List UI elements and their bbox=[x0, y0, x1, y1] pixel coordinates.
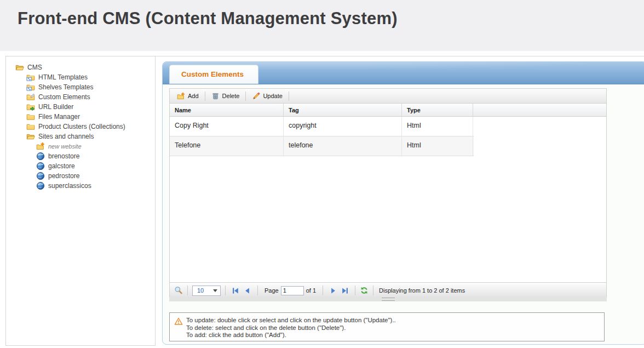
page-label: Page bbox=[264, 287, 279, 294]
refresh-icon[interactable] bbox=[360, 286, 369, 295]
page-number-input[interactable] bbox=[281, 286, 304, 295]
column-header-type[interactable]: Type bbox=[402, 104, 473, 116]
prev-page-icon[interactable] bbox=[243, 287, 251, 295]
pager-separator bbox=[257, 286, 258, 295]
toolbar-separator bbox=[245, 92, 246, 101]
pager-separator bbox=[373, 286, 373, 295]
pagination-bar: 10 Page of 1 Displaying from 1 to 2 of 2… bbox=[170, 282, 606, 298]
tree-item-pedrostore[interactable]: pedrostore bbox=[6, 171, 155, 181]
folder-icon bbox=[26, 122, 35, 131]
toolbar-separator bbox=[205, 92, 205, 101]
grid-resize-grip[interactable] bbox=[382, 298, 395, 301]
tree-item-label: superclassicos bbox=[48, 182, 91, 190]
update-button-label: Update bbox=[263, 93, 282, 99]
tree-item-files-manager[interactable]: Files Manager bbox=[6, 112, 155, 122]
next-page-icon[interactable] bbox=[329, 287, 337, 295]
last-page-icon[interactable] bbox=[341, 287, 349, 295]
pager-separator bbox=[187, 286, 188, 295]
table-row[interactable]: Copy Right copyright Html bbox=[170, 117, 474, 136]
tree-item-custom-elements[interactable]: Custom Elements bbox=[6, 92, 155, 102]
tree-item-sites-and-channels[interactable]: Sites and channels bbox=[6, 132, 155, 141]
page-size-select[interactable]: 10 bbox=[192, 286, 221, 296]
new-website-icon bbox=[36, 142, 45, 151]
page-title: Front-end CMS (Content Management System… bbox=[18, 9, 398, 28]
tree-item-shelves-templates[interactable]: Shelves Templates bbox=[6, 82, 155, 92]
tree-item-label: HTML Templates bbox=[38, 73, 88, 81]
app-header: Front-end CMS (Content Management System… bbox=[0, 0, 644, 51]
templates-folder-icon bbox=[26, 83, 35, 92]
pager-separator bbox=[225, 286, 226, 295]
tree-item-label: CMS bbox=[27, 64, 42, 71]
edit-folder-icon bbox=[26, 93, 35, 101]
add-button-label: Add bbox=[188, 93, 199, 99]
tab-custom-elements[interactable]: Custom Elements bbox=[169, 65, 258, 84]
delete-button[interactable]: Delete bbox=[207, 90, 244, 102]
column-header-name[interactable]: Name bbox=[170, 104, 284, 116]
tree-item-new-website[interactable]: new website bbox=[6, 141, 155, 151]
tree-item-html-templates[interactable]: HTML Templates bbox=[6, 72, 155, 82]
tree-item-label: Product Clusters (Collections) bbox=[38, 123, 125, 130]
grid-resize-strip bbox=[169, 297, 607, 301]
cell-type: Html bbox=[402, 117, 473, 136]
tree-item-label: URL Builder bbox=[38, 103, 73, 111]
tree-item-galcstore[interactable]: galcstore bbox=[6, 161, 155, 171]
tree-item-product-clusters[interactable]: Product Clusters (Collections) bbox=[6, 122, 155, 132]
tree-item-label: pedrostore bbox=[48, 172, 79, 180]
tree-item-label: Files Manager bbox=[38, 113, 80, 121]
add-icon bbox=[177, 92, 185, 100]
pager-separator bbox=[355, 286, 355, 295]
table-row[interactable]: Telefone telefone Html bbox=[170, 136, 474, 156]
column-header-tag[interactable]: Tag bbox=[284, 104, 402, 116]
help-line-update: To update: double click or select and cl… bbox=[186, 317, 396, 324]
help-line-add: To add: click the add button ("Add"). bbox=[186, 332, 396, 339]
column-header-filler bbox=[473, 104, 606, 116]
tree-item-url-builder[interactable]: URL Builder bbox=[6, 102, 155, 112]
first-page-icon[interactable] bbox=[232, 287, 240, 295]
cell-tag: telefone bbox=[284, 136, 402, 156]
grid-toolbar: Add Delete Update bbox=[170, 89, 606, 104]
cell-name: Copy Right bbox=[170, 117, 284, 136]
chevron-down-icon bbox=[213, 289, 217, 292]
tree-item-brenostore[interactable]: brenostore bbox=[6, 151, 155, 161]
page-size-value: 10 bbox=[197, 287, 204, 294]
warning-icon bbox=[174, 317, 183, 326]
pager-separator bbox=[323, 286, 323, 295]
grid-body: Copy Right copyright Html Telefone telef… bbox=[170, 117, 606, 282]
help-text: To update: double click or select and cl… bbox=[186, 317, 396, 339]
page-of-label: of 1 bbox=[306, 287, 316, 294]
toolbar-separator bbox=[289, 92, 289, 101]
tree-item-label: brenostore bbox=[48, 152, 79, 160]
tree-item-label: new website bbox=[48, 143, 82, 150]
folder-icon bbox=[26, 112, 35, 121]
cell-tag: copyright bbox=[284, 117, 402, 136]
folder-open-icon bbox=[26, 132, 35, 141]
tree-panel: CMS HTML Templates Shelves Templates Cus… bbox=[5, 56, 156, 346]
search-icon[interactable] bbox=[174, 286, 183, 295]
help-line-delete: To delete: select and click on the delet… bbox=[186, 324, 396, 332]
globe-icon bbox=[36, 172, 45, 180]
help-box: To update: double click or select and cl… bbox=[169, 312, 605, 341]
templates-folder-icon bbox=[26, 73, 35, 82]
tree-item-superclassicos[interactable]: superclassicos bbox=[6, 181, 155, 191]
tree-item-label: Shelves Templates bbox=[38, 83, 94, 91]
delete-button-label: Delete bbox=[222, 93, 240, 99]
update-icon bbox=[252, 92, 260, 100]
globe-icon bbox=[36, 181, 45, 190]
folder-open-icon bbox=[15, 63, 24, 72]
tree-item-label: Sites and channels bbox=[38, 133, 94, 140]
cell-name: Telefone bbox=[170, 136, 284, 156]
tree-item-cms[interactable]: CMS bbox=[6, 62, 155, 72]
update-button[interactable]: Update bbox=[248, 90, 286, 102]
globe-icon bbox=[36, 152, 45, 161]
grid-header: Name Tag Type bbox=[170, 104, 606, 117]
cell-type: Html bbox=[402, 136, 473, 156]
url-folder-icon bbox=[26, 102, 35, 111]
main-panel: Custom Elements Add Delete Update Name T… bbox=[162, 61, 644, 345]
delete-icon bbox=[211, 92, 220, 100]
custom-elements-grid: Add Delete Update Name Tag Type Copy Rig bbox=[169, 88, 607, 299]
tree-item-label: Custom Elements bbox=[38, 93, 90, 101]
tree-item-label: galcstore bbox=[48, 162, 75, 170]
globe-icon bbox=[36, 162, 45, 170]
pagination-status: Displaying from 1 to 2 of 2 items bbox=[379, 287, 465, 294]
add-button[interactable]: Add bbox=[173, 90, 203, 102]
